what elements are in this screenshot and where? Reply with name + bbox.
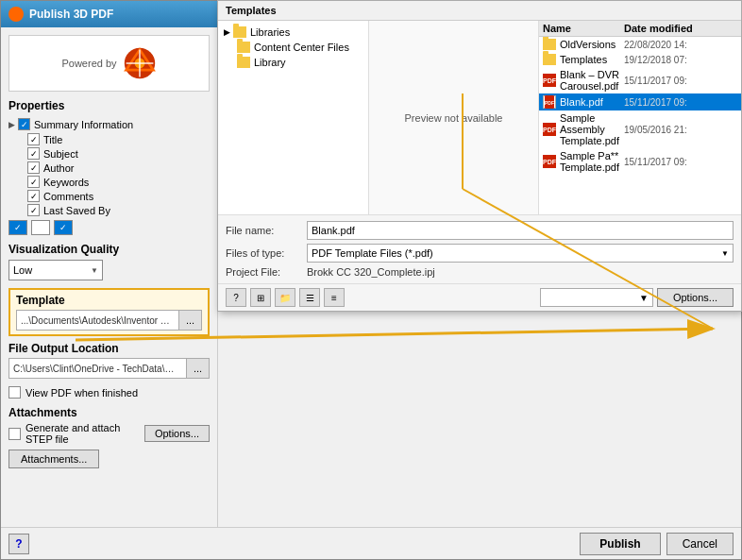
file-item-sample-assembly[interactable]: PDF Sample Assembly Template.pdf 19/05/2… [539, 110, 741, 148]
tree-item-content-center[interactable]: Content Center Files [222, 40, 364, 55]
file-name-sample-part: Sample Pa** Template.pdf [560, 150, 624, 173]
options-dialog-button[interactable]: Options... [657, 288, 734, 307]
open-dropdown-arrow: ▼ [639, 293, 649, 303]
summary-checkbox[interactable] [18, 118, 30, 130]
author-prop-row: Author [8, 161, 210, 174]
footer-filetype-row: Files of type: PDF Template Files (*.pdf… [226, 244, 734, 263]
file-name-blank: Blank.pdf [560, 96, 624, 108]
file-output-path: C:\Users\Clint\OneDrive - TechData\Work\… [9, 362, 186, 376]
expand-arrow: ▶ [8, 120, 15, 129]
preview-text: Preview not available [405, 112, 503, 124]
pdf-icon-blank-dvr: PDF [543, 74, 556, 87]
dialog-title-bar: Templates [218, 1, 741, 21]
footer-filename-row: File name: [226, 221, 734, 240]
file-name-sample-assembly: Sample Assembly Template.pdf [560, 112, 624, 146]
subject-label: Subject [43, 148, 78, 160]
small-check-3[interactable]: ✓ [54, 220, 73, 235]
tree-label-libraries: Libraries [250, 26, 290, 38]
view-pdf-row: View PDF when finished [8, 386, 210, 399]
file-name-blank-dvr: Blank – DVR Carousel.pdf [560, 69, 624, 92]
cancel-button[interactable]: Cancel [666, 533, 734, 555]
dialog-toolbar-icons: ? ⊞ 📁 ☰ ≡ [226, 288, 345, 307]
file-date-blank-dvr: 15/11/2017 09: [624, 76, 737, 86]
template-label: Template [16, 294, 202, 307]
template-browse-button[interactable]: ... [178, 311, 201, 330]
author-checkbox[interactable] [27, 161, 40, 174]
properties-section: Properties ▶ Summary Information Title S… [8, 99, 210, 235]
file-output-browse-button[interactable]: ... [186, 359, 209, 378]
file-date-templates: 19/12/2018 07: [624, 55, 737, 65]
step-file-row: Generate and attach STEP file Options... [8, 422, 210, 445]
dialog-title: Templates [226, 5, 277, 16]
expand-icon: ▶ [224, 27, 230, 37]
viz-quality-dropdown[interactable]: Low [8, 260, 103, 280]
dialog-action-bar: ? ⊞ 📁 ☰ ≡ ▼ Options... [218, 283, 741, 311]
summary-info-row: ▶ Summary Information [8, 118, 210, 130]
folder-icon-content [237, 42, 250, 53]
filename-label: File name: [226, 225, 301, 236]
step-options-button[interactable]: Options... [144, 425, 210, 442]
file-date-oldversions: 22/08/2020 14: [624, 40, 737, 50]
template-section: Template ...\Documents\Autodesk\Inventor… [8, 288, 210, 336]
file-output-path-row: C:\Users\Clint\OneDrive - TechData\Work\… [8, 358, 210, 379]
summary-label: Summary Information [34, 119, 133, 130]
company-logo [123, 46, 157, 80]
tree-label-content: Content Center Files [254, 42, 349, 53]
svg-text:PDF: PDF [545, 100, 554, 106]
dialog-grid-btn[interactable]: ⊞ [250, 288, 271, 307]
viz-quality-label: Visualization Quality [8, 243, 210, 256]
file-item-templates[interactable]: Templates 19/12/2018 07: [539, 52, 741, 67]
view-pdf-checkbox[interactable] [8, 386, 21, 399]
file-name-templates: Templates [560, 54, 624, 65]
author-label: Author [43, 162, 74, 174]
file-item-blank[interactable]: PDF Blank.pdf 15/11/2017 09: [539, 93, 741, 110]
file-output-section: File Output Location C:\Users\Clint\OneD… [8, 342, 210, 379]
left-panel: Powered by Properties ▶ Summary Informat… [1, 27, 218, 527]
project-value: Brokk CC 320_Complete.ipj [307, 266, 435, 278]
properties-title: Properties [8, 99, 210, 112]
file-item-oldversions[interactable]: OldVersions 22/08/2020 14: [539, 37, 741, 52]
title-checkbox[interactable] [27, 133, 40, 145]
subject-prop-row: Subject [8, 147, 210, 160]
file-dialog-footer: File name: Files of type: PDF Template F… [218, 214, 741, 283]
filetype-dropdown[interactable]: PDF Template Files (*.pdf) [307, 244, 734, 263]
tree-item-library[interactable]: Library [222, 55, 364, 70]
filetype-value: PDF Template Files (*.pdf) [312, 247, 433, 259]
small-check-1[interactable]: ✓ [8, 220, 27, 235]
file-item-blank-dvr[interactable]: PDF Blank – DVR Carousel.pdf 15/11/2017 … [539, 67, 741, 93]
file-date-sample-assembly: 19/05/2016 21: [624, 125, 737, 135]
file-list-header: Name Date modified [539, 21, 741, 37]
help-button[interactable]: ? [8, 534, 29, 554]
file-output-label: File Output Location [8, 342, 210, 355]
col-header-name: Name [543, 23, 624, 34]
small-check-2[interactable] [31, 220, 50, 235]
attachments-button[interactable]: Attachments... [8, 450, 99, 468]
dialog-folder-btn[interactable]: 📁 [275, 288, 295, 307]
open-type-dropdown[interactable]: ▼ [540, 288, 653, 307]
logo-area: Powered by [8, 35, 210, 92]
publish-button[interactable]: Publish [580, 533, 660, 555]
dialog-details-btn[interactable]: ≡ [324, 288, 345, 307]
tree-item-libraries[interactable]: ▶ Libraries [222, 25, 364, 40]
lastsaved-label: Last Saved By [43, 205, 110, 216]
file-item-sample-part[interactable]: PDF Sample Pa** Template.pdf 15/11/2017 … [539, 148, 741, 175]
footer-project-row: Project File: Brokk CC 320_Complete.ipj [226, 266, 734, 278]
file-dialog-content: ▶ Libraries Content Center Files Library… [218, 21, 741, 214]
filename-input[interactable] [307, 221, 734, 240]
lastsaved-checkbox[interactable] [27, 204, 40, 216]
step-file-checkbox[interactable] [8, 428, 21, 440]
keywords-checkbox[interactable] [27, 176, 40, 188]
viz-quality-value: Low [13, 264, 32, 276]
dialog-list-btn[interactable]: ☰ [299, 288, 320, 307]
pdf-icon-sample-part: PDF [543, 155, 556, 168]
app-icon [8, 7, 24, 22]
subject-checkbox[interactable] [27, 147, 40, 160]
tree-label-library: Library [254, 57, 286, 68]
dialog-help-btn[interactable]: ? [226, 288, 246, 307]
pdf-icon-blank: PDF [543, 95, 556, 109]
folder-icon-libraries [233, 26, 246, 38]
step-file-label: Generate and attach STEP file [25, 422, 137, 445]
comments-checkbox[interactable] [27, 190, 40, 202]
file-date-blank: 15/11/2017 09: [624, 97, 737, 108]
preview-panel: Preview not available [369, 21, 539, 214]
